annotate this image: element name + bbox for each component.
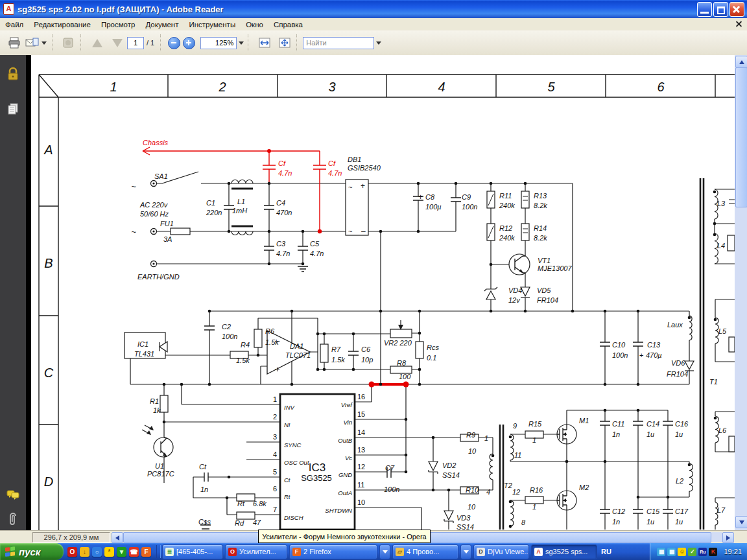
schematic-label: R12	[499, 224, 512, 232]
next-page-button[interactable]	[108, 34, 126, 52]
schematic-label: 1n	[612, 518, 620, 526]
schematic-label: C3	[276, 240, 286, 248]
schematic-label: 100n	[612, 351, 628, 359]
zoom-in-button[interactable]	[183, 37, 195, 49]
taskbar-task-3[interactable]: ▱4 Прово...	[392, 544, 458, 559]
schematic-label: C10	[612, 341, 626, 349]
restore-button[interactable]	[713, 2, 728, 17]
taskbar-task-1[interactable]: OУсилител...	[225, 544, 287, 559]
scroll-left-button[interactable]	[112, 532, 123, 543]
menu-item-1[interactable]: Редактирование	[29, 19, 96, 30]
schematic-label: AC 220v	[139, 201, 169, 209]
taskbar-task-2[interactable]: F2 Firefox	[289, 544, 377, 559]
task-dropdown-3[interactable]	[460, 544, 471, 559]
task-dropdown-2[interactable]	[379, 544, 390, 559]
globe-icon[interactable]: ○	[92, 547, 102, 557]
page-number-input[interactable]	[127, 37, 144, 49]
schematic-label: 4.7n	[310, 250, 324, 257]
toolbar: / 1 125%	[0, 30, 747, 56]
shield-icon[interactable]: ✓	[688, 548, 696, 556]
firefox-icon[interactable]: F	[141, 547, 151, 557]
disabled-tool-button[interactable]	[59, 34, 78, 52]
schematic-label: 0.1	[427, 354, 436, 362]
schematic-label: 100n	[384, 485, 399, 493]
close-button[interactable]	[729, 2, 744, 17]
previous-page-button[interactable]	[88, 34, 106, 52]
scroll-down-button[interactable]	[735, 516, 747, 528]
close-document-icon[interactable]	[735, 20, 743, 28]
schematic-label: 1u	[675, 430, 683, 438]
schematic-label: C13	[647, 341, 661, 349]
schematic-label: GSIB2540	[348, 164, 381, 172]
start-button[interactable]: пуск	[0, 543, 64, 560]
page-total-label: / 1	[147, 39, 154, 47]
lang-ru-icon[interactable]: Ru	[698, 548, 707, 556]
schematic-label: R10	[466, 486, 479, 494]
scroll-up-button[interactable]	[735, 56, 747, 68]
schematic-label: OutA	[338, 489, 352, 496]
zoom-level-box[interactable]: 125%	[200, 37, 237, 49]
schematic-label: Rcs	[427, 344, 439, 351]
print-button[interactable]	[5, 34, 23, 52]
schematic-label: 2	[218, 80, 226, 94]
schematic-label: 15	[357, 410, 365, 418]
taskbar-task-0[interactable]: ≣[465-405-...	[162, 544, 223, 559]
qip-icon[interactable]: *	[104, 547, 114, 557]
scroll-right-button[interactable]	[722, 532, 734, 543]
schematic-label: EARTH/GND	[137, 273, 180, 281]
schematic-label: VR2 220	[384, 339, 412, 347]
schematic-label: ~	[131, 227, 136, 237]
schematic-label: 47	[253, 519, 261, 526]
schematic-label: 1n	[612, 430, 620, 438]
email-button[interactable]	[25, 34, 49, 52]
kaspersky-icon[interactable]: K	[709, 548, 717, 556]
search-dropdown-icon[interactable]	[376, 41, 381, 45]
menu-item-3[interactable]: Документ	[140, 19, 184, 30]
pages-icon[interactable]	[6, 102, 20, 116]
pdf-app-icon: A	[3, 3, 14, 15]
schematic-label: +	[639, 351, 643, 359]
minimize-button[interactable]	[697, 2, 712, 17]
schematic-label: NI	[284, 421, 290, 428]
fit-width-button[interactable]	[255, 34, 274, 52]
taskbar-task-5[interactable]: Asg3525 sps...	[531, 544, 597, 559]
schematic-label: 10p	[361, 356, 373, 364]
title-bar[interactable]: A sg3525 sps 2.02 no l.pdf (ЗАЩИТА) - Ad…	[0, 0, 747, 18]
fit-page-button[interactable]	[275, 34, 294, 52]
schematic-label: SS14	[442, 471, 460, 479]
schematic-label: D	[44, 474, 53, 489]
opera-icon[interactable]: O	[67, 547, 77, 557]
menu-item-4[interactable]: Инструменты	[184, 19, 241, 30]
taskbar-task-4[interactable]: DDjVu Viewe...	[473, 544, 529, 559]
smiley-icon[interactable]: ☺	[678, 548, 686, 556]
schematic-label: 50/60 Hz	[140, 210, 169, 218]
search-input[interactable]	[303, 37, 374, 49]
schematic-label: –	[361, 227, 366, 236]
email-dropdown-icon[interactable]	[42, 41, 47, 45]
schematic-label: 12v	[508, 296, 521, 304]
zoom-level: 125%	[215, 39, 233, 47]
menu-item-2[interactable]: Просмотр	[96, 19, 141, 30]
vertical-scrollbar[interactable]	[735, 55, 747, 530]
schematic-label: Rd	[235, 519, 244, 527]
menu-item-6[interactable]: Справка	[268, 19, 308, 30]
utorrent-icon[interactable]: ▼	[117, 547, 126, 557]
zoom-out-button[interactable]	[168, 37, 180, 49]
phone-icon[interactable]: ☎	[129, 547, 139, 557]
schematic-label: L1	[237, 198, 245, 205]
schematic-label: Vref	[341, 401, 353, 408]
schematic-label: SS14	[456, 523, 474, 530]
menu-item-0[interactable]: Файл	[0, 19, 29, 30]
zoom-dropdown-icon[interactable]	[239, 41, 244, 45]
download-master-icon[interactable]: ↓	[80, 547, 89, 557]
language-indicator[interactable]: RU	[601, 548, 611, 555]
attachment-icon[interactable]	[6, 513, 20, 527]
network2-icon[interactable]: ▦	[667, 548, 676, 556]
comments-icon[interactable]	[6, 488, 20, 502]
vertical-scroll-thumb[interactable]	[735, 67, 747, 207]
schematic-label: MJE13007	[538, 264, 572, 272]
lock-icon[interactable]	[6, 67, 20, 81]
menu-item-5[interactable]: Окно	[241, 19, 268, 30]
network-icon[interactable]: ▦	[657, 548, 665, 556]
task-label: 2 Firefox	[303, 548, 331, 555]
